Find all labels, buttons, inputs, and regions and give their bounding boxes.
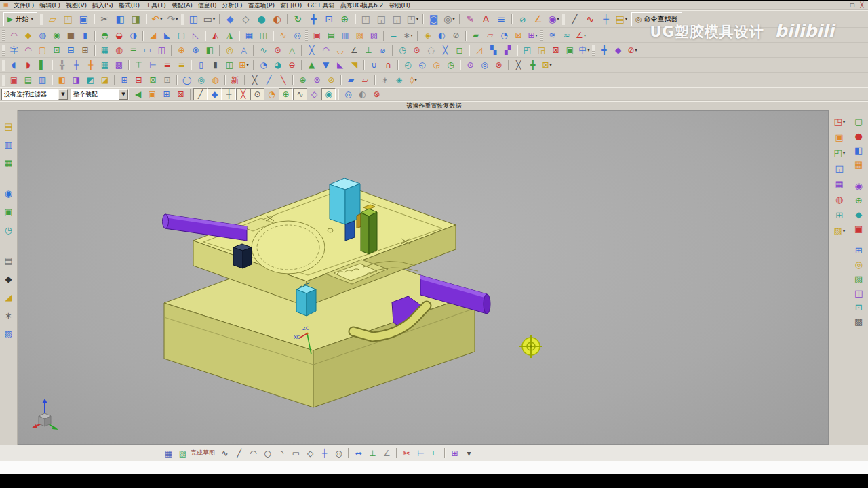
paste-icon[interactable]: ◨ — [128, 12, 144, 26]
object-info-icon[interactable]: ◉▾ — [546, 12, 561, 26]
cut-icon[interactable]: ✂ — [97, 12, 113, 26]
wireframe-view-icon[interactable]: ◇ — [238, 12, 254, 26]
fillet-icon[interactable]: ◝ — [275, 447, 289, 460]
tb4-m31-icon[interactable]: ◎ — [477, 59, 492, 72]
rib-icon[interactable]: ≡ — [126, 44, 140, 57]
sketch-icon[interactable]: ◠ — [7, 29, 21, 42]
tb4-m18-icon[interactable]: ◕ — [271, 59, 285, 72]
render-shaded-icon[interactable]: ◙ — [426, 12, 441, 26]
resource-assembly-navigator-icon[interactable]: ▥ — [2, 138, 16, 150]
render-wireframe-icon[interactable]: ◎▾ — [441, 12, 457, 26]
redo-icon[interactable]: ↷▾ — [165, 12, 180, 26]
tb4-m19-icon[interactable]: ⊖ — [285, 59, 299, 72]
layer-settings-icon[interactable]: ≡ — [494, 12, 509, 26]
menu-item-2[interactable]: 视图(V) — [63, 1, 90, 10]
tb5-k9-icon[interactable]: ⊟ — [132, 74, 146, 87]
make-corner-icon[interactable]: ∟ — [428, 447, 442, 460]
tb3-x14-icon[interactable]: ▞ — [500, 44, 515, 57]
pan-view-icon[interactable]: ╋ — [306, 12, 321, 26]
tb2-b2-icon[interactable]: ≈ — [559, 29, 574, 42]
front-view-icon[interactable]: ◰ — [358, 12, 374, 26]
scale-body-icon[interactable]: ◬ — [237, 44, 251, 57]
menu-item-11[interactable]: GC工具箱 — [304, 1, 337, 10]
measure-distance-icon[interactable]: ⌀ — [515, 12, 530, 26]
tb2-a1-icon[interactable]: ▰ — [469, 29, 483, 42]
menu-item-8[interactable]: 分析(L) — [220, 1, 245, 10]
snap-point-on-curve-icon[interactable]: ∿ — [293, 88, 307, 101]
preferences-icon[interactable]: ⊘ — [449, 29, 463, 42]
tb5-k12-icon[interactable]: ◯ — [180, 74, 194, 87]
side-13-icon[interactable]: ⊡ — [851, 301, 866, 314]
tb4-m28-icon[interactable]: ◶ — [429, 59, 443, 72]
tb3-x13-icon[interactable]: ▚ — [486, 44, 500, 57]
tb3-x4-icon[interactable]: ∠ — [347, 44, 361, 57]
resource-part-navigator-icon[interactable]: ▦ — [2, 157, 16, 169]
menu-item-6[interactable]: 装配(A) — [169, 1, 195, 10]
tb4-m7-icon[interactable]: ▦ — [98, 59, 112, 72]
tb4-m20-icon[interactable]: ▲ — [304, 59, 319, 72]
side-14-icon[interactable]: ▩ — [851, 315, 866, 328]
slot-icon[interactable]: ▭ — [140, 44, 155, 57]
mold-wizard-4-icon[interactable]: ◲ — [832, 162, 847, 175]
tb4-m15-icon[interactable]: ◫ — [222, 59, 237, 72]
tb4-m26-icon[interactable]: ◴ — [401, 59, 415, 72]
tb4-m24-icon[interactable]: ∪ — [367, 59, 381, 72]
close-icon[interactable]: ╳ — [857, 1, 867, 9]
arc-icon[interactable]: ◠ — [246, 447, 260, 460]
tb3-x8-icon[interactable]: ⊙ — [410, 44, 424, 57]
tb5-k8-icon[interactable]: ⊞ — [117, 74, 132, 87]
tb5-k23-icon[interactable]: ∗ — [378, 74, 392, 87]
side-6-icon[interactable]: ⊕ — [851, 194, 866, 207]
mirror-feature-icon[interactable]: ◫ — [256, 29, 271, 42]
tb5-k11-icon[interactable]: ⊡ — [160, 74, 174, 87]
revolve-icon[interactable]: ◍ — [35, 29, 50, 42]
tb5-k5-icon[interactable]: ◨ — [69, 74, 83, 87]
tb5-k7-icon[interactable]: ◪ — [98, 74, 112, 87]
sel-general-icon[interactable]: ▣ — [145, 88, 159, 101]
tb2-b3-icon[interactable]: ∠▾ — [574, 29, 588, 42]
tb2-a4-icon[interactable]: ⊠ — [511, 29, 526, 42]
pattern-feature-icon[interactable]: ▦ — [242, 29, 256, 42]
mold-wizard-5-icon[interactable]: ▦ — [832, 178, 847, 190]
tb3-x10-icon[interactable]: ╳ — [438, 44, 452, 57]
screen-split-icon[interactable]: ◫ — [186, 12, 201, 26]
snap-quadrant-icon[interactable]: ◔ — [264, 88, 279, 101]
tb4-m32-icon[interactable]: ⊗ — [492, 59, 506, 72]
profile-icon[interactable]: ∿ — [218, 447, 232, 460]
new-icon[interactable]: ▱ — [45, 12, 60, 26]
mold-wizard-8-icon[interactable]: ▨▾ — [832, 224, 847, 237]
restore-icon[interactable]: ▢ — [848, 1, 857, 9]
trim-body-icon[interactable]: ◭ — [208, 29, 222, 42]
tb2-a5-icon[interactable]: ⊞▾ — [526, 29, 540, 42]
side-10-icon[interactable]: ◎ — [851, 258, 866, 271]
wave-link-icon[interactable]: ∿ — [256, 44, 271, 57]
tb3-x17-icon[interactable]: ⊠ — [549, 44, 563, 57]
tb4-m1-icon[interactable]: ◖ — [7, 59, 21, 72]
tb3-x20-icon[interactable]: ╋ — [597, 44, 611, 57]
tb5-k1-icon[interactable]: ▣ — [7, 74, 21, 87]
resource-list-icon[interactable]: ▤ — [2, 254, 16, 266]
yanxiu-new-icon[interactable]: 新 — [228, 74, 242, 87]
side-9-icon[interactable]: ⊞ — [851, 244, 866, 257]
tb4-m8-icon[interactable]: ▩ — [112, 59, 126, 72]
sel-scope-icon[interactable]: ◎ — [341, 88, 355, 101]
menu-item-5[interactable]: 工具(T) — [142, 1, 169, 10]
rectangle-icon[interactable]: ▭ — [289, 447, 303, 460]
grid-icon[interactable]: ▦ — [98, 44, 112, 57]
tb5-k13-icon[interactable]: ◎ — [194, 74, 208, 87]
tb4-m11-icon[interactable]: ≡ — [160, 59, 174, 72]
tb5-k24-icon[interactable]: ◈ — [392, 74, 406, 87]
chamfer-icon[interactable]: ◣ — [160, 29, 174, 42]
point-icon[interactable]: ┼ — [317, 447, 332, 460]
tb4-m16-icon[interactable]: ⊞▾ — [237, 59, 251, 72]
text-tool-icon[interactable]: 字 — [7, 44, 21, 57]
stitch-icon[interactable]: ⊗ — [189, 44, 203, 57]
tb5-k25-icon[interactable]: ◊▾ — [406, 74, 420, 87]
tb3-x21-icon[interactable]: ◆ — [611, 44, 625, 57]
menu-item-13[interactable]: 帮助(H) — [386, 1, 413, 10]
menu-item-7[interactable]: 信息(I) — [195, 1, 220, 10]
tb4-m13-icon[interactable]: ▯ — [194, 59, 208, 72]
tb5-k16-icon[interactable]: ╱ — [262, 74, 276, 87]
resource-history-icon[interactable]: ◷ — [2, 224, 16, 236]
geometric-constraint-icon[interactable]: ⊥ — [366, 447, 380, 460]
